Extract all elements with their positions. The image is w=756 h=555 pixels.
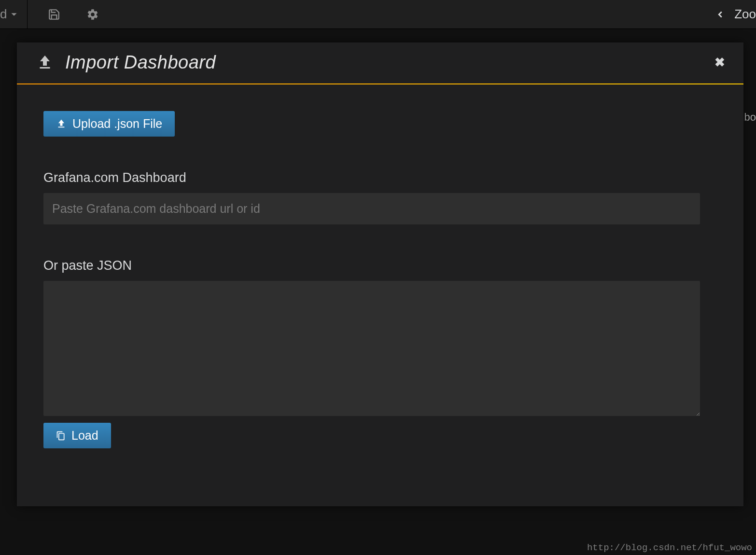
load-button[interactable]: Load [43,423,111,448]
load-button-label: Load [71,429,98,443]
load-button-wrapper: Load [43,423,717,448]
chevron-left-icon[interactable] [715,9,726,20]
close-icon: ✖ [714,55,725,69]
zoom-label-fragment[interactable]: Zoo [734,7,756,22]
grafana-url-label: Grafana.com Dashboard [43,170,717,185]
top-toolbar: d Zoo [0,0,756,29]
upload-section: Upload .json File [43,111,717,137]
json-textarea[interactable] [43,281,700,416]
dashboard-name-fragment: d [0,7,7,22]
upload-json-button-label: Upload .json File [72,117,162,131]
grafana-url-input[interactable] [43,193,700,224]
upload-icon [36,54,54,71]
settings-button[interactable] [81,0,105,29]
modal-header: Import Dashboard ✖ [17,42,743,84]
gear-icon [86,8,99,21]
upload-json-button[interactable]: Upload .json File [43,111,175,137]
paste-icon [56,430,66,441]
watermark-text: http://blog.csdn.net/hfut_wowo [587,542,752,553]
grafana-url-section: Grafana.com Dashboard [43,170,717,224]
modal-title: Import Dashboard [65,52,216,73]
caret-down-icon [11,11,17,18]
close-button[interactable]: ✖ [711,51,729,74]
save-icon [48,8,60,21]
upload-file-icon [56,119,67,129]
toolbar-left-group: d [0,0,105,29]
modal-body: Upload .json File Grafana.com Dashboard … [17,84,743,506]
import-dashboard-modal: Import Dashboard ✖ Upload .json File Gra… [17,42,743,506]
toolbar-right-group: Zoo [715,7,756,22]
paste-json-section: Or paste JSON Load [43,258,717,448]
paste-json-label: Or paste JSON [43,258,717,273]
save-button[interactable] [42,0,66,29]
dashboard-selector[interactable]: d [0,0,28,29]
